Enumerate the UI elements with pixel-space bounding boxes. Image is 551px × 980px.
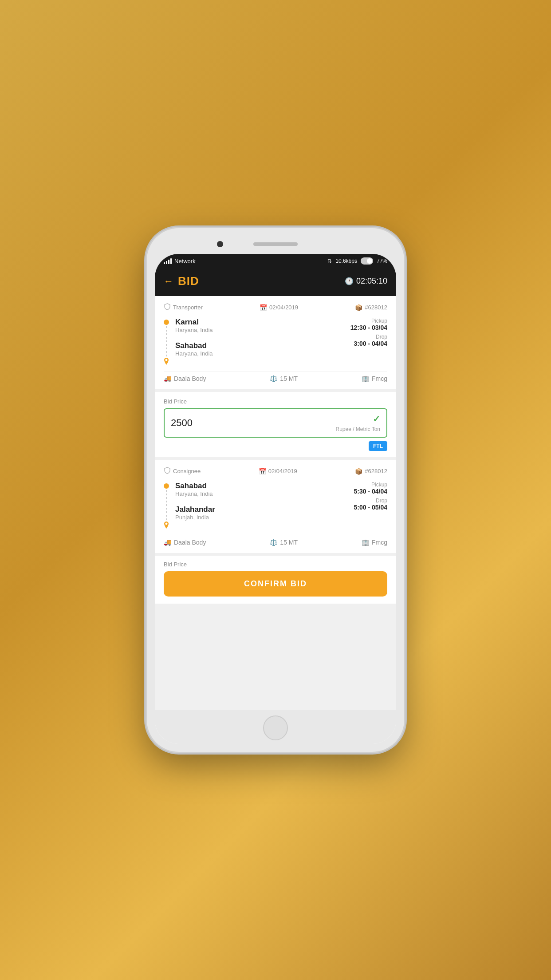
destination-pin-2: [164, 522, 169, 529]
front-camera: [217, 241, 223, 247]
card1-route: Karnal Haryana, India Sahabad Haryana, I…: [164, 318, 387, 365]
box-icon-2: 📦: [355, 468, 362, 475]
cargo-type-2: Fmcg: [372, 539, 387, 546]
toggle-switch[interactable]: [361, 257, 373, 265]
calendar-icon: 📅: [260, 304, 267, 311]
vehicle-label-2: Daala Body: [174, 539, 206, 546]
calendar-icon-2: 📅: [259, 468, 266, 475]
timer: 🕐 02:05:10: [345, 277, 387, 286]
card1-id-value: #628012: [365, 304, 387, 311]
card2-dest-state: Punjab, India: [175, 514, 348, 521]
ftl-badge: FTL: [369, 441, 387, 451]
bid-label-2: Bid Price: [164, 561, 387, 568]
page-title: BID: [178, 274, 199, 288]
origin-dot: [164, 320, 169, 325]
vehicle-type-2: 🚚 Daala Body: [164, 539, 206, 546]
card-consignee: Consignee 📅 02/04/2019 📦 #628012: [155, 460, 396, 553]
pickup-label-2: Pickup: [354, 482, 388, 488]
pickup-row: Pickup 12:30 - 03/04: [350, 318, 387, 331]
vehicle-label: Daala Body: [174, 375, 206, 382]
truck-icon-2: 🚚: [164, 539, 171, 546]
card1-meta: Transporter 📅 02/04/2019 📦 #628012: [164, 303, 387, 312]
bid-value[interactable]: 2500: [171, 417, 193, 429]
confirm-bid-button[interactable]: CONFIRM BID: [164, 571, 387, 597]
vehicle-type: 🚚 Daala Body: [164, 375, 206, 382]
card2-origin-city: Sahabad: [175, 482, 348, 490]
card1-id: 📦 #628012: [355, 304, 387, 311]
card1-origin-city: Karnal: [175, 318, 344, 327]
drop-row-2: Drop 5:00 - 05/04: [354, 498, 388, 511]
card2-role-label: Consignee: [173, 468, 201, 474]
pickup-row-2: Pickup 5:30 - 04/04: [354, 482, 388, 495]
drop-time: 3:00 - 04/04: [350, 340, 387, 347]
card2-dest-city: Jalahandar: [175, 505, 348, 514]
weight-icon: ⚖️: [270, 375, 277, 382]
confirm-section: Bid Price CONFIRM BID: [155, 556, 396, 604]
route-schedule: Pickup 12:30 - 03/04 Drop 3:00 - 04/04: [350, 318, 387, 365]
bid-input-right: ✓ Rupee / Metric Ton: [336, 414, 381, 432]
phone-screen: Network ⇅ 10.6kbps 77% ← BID 🕐 02:05:10: [155, 254, 396, 744]
card2-meta: Consignee 📅 02/04/2019 📦 #628012: [164, 467, 387, 475]
card2-route: Sahabad Haryana, India Jalahandar Punjab…: [164, 482, 387, 529]
card1-date: 📅 02/04/2019: [260, 304, 298, 311]
card2-origin-state: Haryana, India: [175, 490, 348, 497]
pickup-time: 12:30 - 03/04: [350, 324, 387, 331]
weight-detail-2: ⚖️ 15 MT: [270, 539, 298, 546]
cargo-detail: 🏢 Fmcg: [362, 375, 387, 382]
destination-pin: [164, 358, 169, 365]
route-locations: Karnal Haryana, India Sahabad Haryana, I…: [175, 318, 344, 365]
signal-bars: [164, 258, 172, 264]
card1-dest-city: Sahabad: [175, 341, 344, 350]
timer-value: 02:05:10: [356, 277, 387, 286]
cargo-icon: 🏢: [362, 375, 369, 382]
network-speed: 10.6kbps: [335, 258, 357, 264]
app-header: ← BID 🕐 02:05:10: [155, 268, 396, 296]
network-label: Network: [174, 258, 196, 265]
card2-id: 📦 #628012: [355, 468, 387, 475]
back-button[interactable]: ←: [164, 276, 173, 287]
status-right: ⇅ 10.6kbps 77%: [327, 257, 387, 265]
drop-label: Drop: [350, 334, 387, 340]
shield-icon-2: [164, 467, 171, 475]
card1-origin-state: Haryana, India: [175, 327, 344, 333]
card1-details: 🚚 Daala Body ⚖️ 15 MT 🏢 Fmcg: [164, 371, 387, 382]
card1-dest-state: Haryana, India: [175, 350, 344, 357]
home-button[interactable]: [263, 715, 288, 740]
origin-dot-2: [164, 483, 169, 489]
cargo-icon-2: 🏢: [362, 539, 369, 546]
speed-label: ⇅: [327, 258, 332, 264]
card2-date-value: 02/04/2019: [268, 468, 297, 474]
bid-input-wrapper[interactable]: 2500 ✓ Rupee / Metric Ton: [164, 408, 387, 438]
phone-speaker: [253, 242, 298, 246]
check-icon: ✓: [373, 414, 380, 424]
pickup-time-2: 5:30 - 04/04: [354, 488, 388, 495]
battery-percent: 77%: [377, 258, 387, 264]
cargo-type: Fmcg: [372, 375, 387, 382]
drop-row: Drop 3:00 - 04/04: [350, 334, 387, 347]
pickup-label: Pickup: [350, 318, 387, 324]
home-bar: [155, 710, 396, 744]
card1-date-value: 02/04/2019: [269, 304, 298, 311]
box-icon: 📦: [355, 304, 362, 311]
route-locations-2: Sahabad Haryana, India Jalahandar Punjab…: [175, 482, 348, 529]
status-left: Network: [164, 258, 196, 265]
card2-role: Consignee: [164, 467, 201, 475]
route-line-2: [164, 482, 169, 529]
route-dashes: [166, 326, 167, 356]
drop-time-2: 5:00 - 05/04: [354, 504, 388, 511]
route-dashes-2: [166, 490, 167, 520]
shield-icon: [164, 303, 171, 312]
card-transporter: Transporter 📅 02/04/2019 📦 #628012: [155, 296, 396, 389]
route-line: [164, 318, 169, 365]
screen-content: Transporter 📅 02/04/2019 📦 #628012: [155, 296, 396, 710]
phone-frame: Network ⇅ 10.6kbps 77% ← BID 🕐 02:05:10: [147, 228, 404, 752]
weight-value-2: 15 MT: [280, 539, 298, 546]
weight-icon-2: ⚖️: [270, 539, 277, 546]
card2-details: 🚚 Daala Body ⚖️ 15 MT 🏢 Fmcg: [164, 535, 387, 546]
clock-icon: 🕐: [345, 277, 354, 285]
card1-role: Transporter: [164, 303, 203, 312]
bid-label-1: Bid Price: [164, 398, 387, 405]
weight-detail: ⚖️ 15 MT: [270, 375, 298, 382]
phone-top: [155, 236, 396, 252]
truck-icon: 🚚: [164, 375, 171, 382]
